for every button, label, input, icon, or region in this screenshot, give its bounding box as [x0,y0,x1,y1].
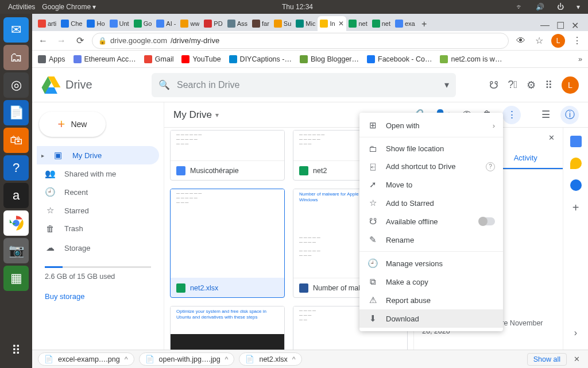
browser-tab[interactable]: Ho [84,16,107,31]
breadcrumb[interactable]: My Drive ▾ [173,109,219,121]
bookmark-item[interactable]: Blog Blogger… [300,55,359,63]
sidebar-item[interactable]: 🗑Trash [37,220,159,237]
profile-avatar[interactable]: L [551,34,565,48]
menu-make-copy[interactable]: ⧉Make a copy [359,273,503,291]
menu-rename[interactable]: ✎Rename [359,231,503,249]
menu-download[interactable]: ⬇Download [359,309,503,328]
system-tray[interactable]: ᯤ 🔊 ⏻ ▾ [513,3,583,11]
bookmark-item[interactable]: Ethereum Acc… [74,55,136,63]
chevron-up-icon[interactable]: ^ [292,355,296,363]
browser-tab[interactable]: Unt [107,16,131,31]
sidebar-item[interactable]: 👥Shared with me [37,164,159,183]
minimize-icon[interactable]: — [540,20,550,31]
eye-icon[interactable]: 👁 [514,34,527,47]
menu-available-offline[interactable]: ☋Available offline [359,212,503,231]
browser-tab[interactable]: Go [131,16,154,31]
menu-report-abuse[interactable]: ⚠Report abuse [359,291,503,309]
chrome-icon[interactable] [3,210,29,236]
chevron-up-icon[interactable]: ^ [125,355,128,363]
menu-add-starred[interactable]: ☆Add to Starred [359,194,503,212]
menu-move-to[interactable]: ➚Move to [359,175,503,194]
browser-tab[interactable]: exa [393,16,417,31]
calc-icon[interactable]: ▦ [3,266,29,291]
omnibox[interactable]: 🔒 drive.google.com/drive/my-drive [92,33,509,49]
menu-show-location[interactable]: 🗀Show file location [359,140,503,158]
tasks-icon[interactable] [570,179,582,191]
chevron-up-icon[interactable]: ^ [225,355,229,363]
writer-icon[interactable]: 📄 [3,100,29,125]
browser-tab[interactable]: ww [178,16,202,31]
download-item[interactable]: 📄excel-examp….png^ [38,352,134,366]
bookmark-item[interactable]: DIYCaptions -… [229,55,292,63]
reload-button[interactable]: ⟳ [74,34,86,47]
overflow-icon[interactable]: » [578,55,582,63]
browser-tab[interactable]: Che [59,16,84,31]
expand-icon[interactable]: ▸ [41,152,44,159]
active-app[interactable]: Google Chrome ▾ [42,3,96,11]
bookmark-item[interactable]: Facebook - Co… [367,55,432,63]
maximize-icon[interactable]: ☐ [556,20,564,31]
layout-list-icon[interactable]: ☰ [541,109,550,121]
bookmark-item[interactable]: net2.com is w… [440,55,502,63]
bookmark-item[interactable]: Apps [38,55,65,63]
storage-row[interactable]: ☁ Storage [37,239,159,257]
menu-add-shortcut[interactable]: ⍇Add shortcut to Drive? [359,158,503,175]
sidebar-item[interactable]: 🕘Recent [37,183,159,201]
browser-tab[interactable]: net [346,16,369,31]
settings-gear-icon[interactable]: ⚙ [527,79,536,91]
apps-grid-icon[interactable]: ⠿ [545,79,552,91]
add-addon-icon[interactable]: + [572,201,579,214]
rhythmbox-icon[interactable]: ◎ [3,72,29,98]
new-tab-button[interactable]: + [417,17,431,31]
new-button[interactable]: + New [39,112,106,137]
drive-logo[interactable]: Drive [41,76,145,94]
thunderbird-icon[interactable]: ✉ [3,17,29,43]
download-item[interactable]: 📄net2.xlsx^ [239,352,301,366]
browser-tab[interactable]: far [250,16,272,31]
file-card[interactable]: — — — — — —— — — — —— — —net2.xlsx [170,189,285,298]
close-details-icon[interactable]: ✕ [548,133,555,142]
show-all-downloads[interactable]: Show all [527,353,567,366]
help-icon[interactable]: ? [3,155,29,181]
amazon-icon[interactable]: a [3,183,29,208]
menu-open-with[interactable]: ⊞Open with› [359,116,503,135]
browser-tab[interactable]: arti [36,16,59,31]
browser-tab[interactable]: AI - [154,16,178,31]
forward-button[interactable]: → [55,34,68,47]
show-apps-icon[interactable]: ⠿ [3,338,29,363]
sidebar-item[interactable]: ▸▣My Drive [37,146,159,164]
activities-button[interactable]: Activities [8,3,35,11]
browser-tab[interactable]: PD [202,16,225,31]
back-button[interactable]: ← [37,34,49,47]
buy-storage-link[interactable]: Buy storage [37,286,159,306]
account-avatar[interactable]: L [562,76,579,94]
star-icon[interactable]: ☆ [533,34,546,47]
support-icon[interactable]: ?⃝ [508,79,517,91]
close-tab-icon[interactable]: ✕ [338,20,344,28]
info-icon[interactable]: ⓘ [560,106,579,124]
download-item[interactable]: 📄open-with.jpg….jpg^ [139,352,235,366]
browser-tab[interactable]: Mic [293,16,318,31]
browser-tab[interactable]: Ind✕ [318,16,346,31]
bookmark-item[interactable]: YouTube [181,55,220,63]
close-shelf-icon[interactable]: ✕ [571,355,582,363]
search-options-icon[interactable]: ▾ [444,79,449,90]
menu-manage-versions[interactable]: 🕘Manage versions [359,254,503,273]
bookmark-item[interactable]: Gmail [144,55,174,63]
calendar-icon[interactable] [570,136,582,147]
offline-toggle[interactable] [479,217,495,225]
ready-offline-icon[interactable]: ☋ [489,79,498,91]
file-card[interactable]: — — — — — —— — — — —— — —Musicothérapie [170,130,285,181]
more-actions-icon[interactable]: ⋮ [502,106,521,124]
software-icon[interactable]: 🛍 [3,128,29,153]
collapse-rail-icon[interactable]: › [574,328,577,338]
browser-tab[interactable]: Su [272,16,293,31]
browser-tab[interactable]: Ass [225,16,250,31]
keep-icon[interactable] [570,158,582,169]
files-icon[interactable]: 🗂 [3,45,29,70]
close-window-icon[interactable]: ✕ [571,20,579,31]
browser-tab[interactable]: net [370,16,393,31]
sidebar-item[interactable]: ☆Starred [37,201,159,220]
search-box[interactable]: 🔍 Search in Drive ▾ [152,73,456,97]
kebab-icon[interactable]: ⋮ [571,34,583,47]
